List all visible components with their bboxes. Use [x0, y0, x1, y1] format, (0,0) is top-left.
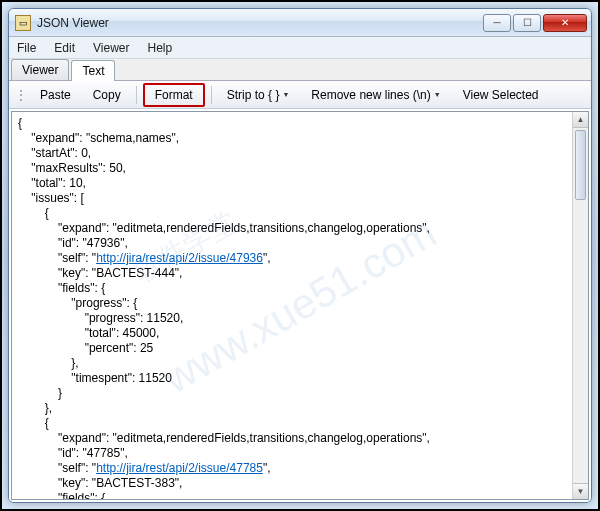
view-selected-button[interactable]: View Selected — [454, 84, 548, 106]
separator — [211, 86, 212, 104]
app-window: ▭ JSON Viewer ─ ☐ ✕ File Edit Viewer Hel… — [8, 8, 592, 503]
self-link-1[interactable]: http://jira/rest/api/2/issue/47936 — [96, 251, 263, 265]
strip-button[interactable]: Strip to { } ▼ — [218, 84, 299, 106]
tab-text[interactable]: Text — [71, 60, 115, 81]
chevron-down-icon: ▼ — [282, 91, 289, 98]
strip-label: Strip to { } — [227, 88, 280, 102]
maximize-button[interactable]: ☐ — [513, 14, 541, 32]
titlebar[interactable]: ▭ JSON Viewer ─ ☐ ✕ — [9, 9, 591, 37]
scroll-down-icon[interactable]: ▼ — [573, 483, 588, 499]
remove-newlines-button[interactable]: Remove new lines (\n) ▼ — [302, 84, 449, 106]
close-button[interactable]: ✕ — [543, 14, 587, 32]
tab-viewer[interactable]: Viewer — [11, 59, 69, 80]
paste-button[interactable]: Paste — [31, 84, 80, 106]
remove-newlines-label: Remove new lines (\n) — [311, 88, 430, 102]
minimize-button[interactable]: ─ — [483, 14, 511, 32]
vertical-scrollbar[interactable]: ▲ ▼ — [572, 112, 588, 499]
toolbar: ⋮ Paste Copy Format Strip to { } ▼ Remov… — [9, 81, 591, 109]
scroll-up-icon[interactable]: ▲ — [573, 112, 588, 128]
self-link-2[interactable]: http://jira/rest/api/2/issue/47785 — [96, 461, 263, 475]
menu-viewer[interactable]: Viewer — [93, 41, 129, 55]
menu-edit[interactable]: Edit — [54, 41, 75, 55]
window-title: JSON Viewer — [37, 16, 483, 30]
copy-button[interactable]: Copy — [84, 84, 130, 106]
tab-row: Viewer Text — [9, 59, 591, 81]
app-icon: ▭ — [15, 15, 31, 31]
chevron-down-icon: ▼ — [434, 91, 441, 98]
json-text-area[interactable]: { "expand": "schema,names", "startAt": 0… — [11, 111, 589, 500]
menu-help[interactable]: Help — [148, 41, 173, 55]
menubar: File Edit Viewer Help — [9, 37, 591, 59]
content-area: { "expand": "schema,names", "startAt": 0… — [9, 109, 591, 502]
menu-file[interactable]: File — [17, 41, 36, 55]
format-button[interactable]: Format — [143, 83, 205, 107]
scroll-thumb[interactable] — [575, 130, 586, 200]
separator — [136, 86, 137, 104]
